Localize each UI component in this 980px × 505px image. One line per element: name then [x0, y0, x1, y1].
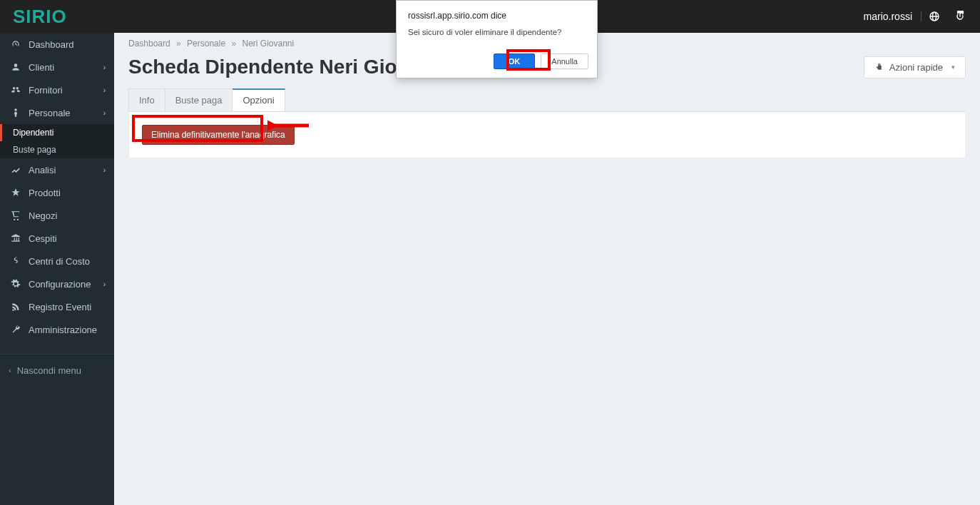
sidebar-item-amministrazione[interactable]: Amministrazione: [0, 318, 114, 341]
chevron-right-icon: ›: [103, 63, 106, 71]
dialog-ok-button[interactable]: OK: [494, 53, 536, 69]
chevron-right-icon: ›: [103, 166, 106, 174]
sidebar-item-dashboard[interactable]: Dashboard: [0, 33, 114, 56]
sidebar-item-label: Amministrazione: [29, 325, 97, 335]
sidebar-item-prodotti[interactable]: Prodotti: [0, 181, 114, 204]
breadcrumb-sep: »: [228, 39, 240, 49]
tab-opzioni[interactable]: Opzioni: [233, 88, 285, 111]
sidebar-hide-menu[interactable]: ‹ Nascondi menu: [0, 359, 114, 382]
sidebar-subitem-dipendenti[interactable]: Dipendenti: [0, 124, 114, 141]
breadcrumb-link[interactable]: Personale: [187, 39, 225, 49]
chevron-right-icon: ›: [103, 280, 106, 288]
cart-icon: [9, 210, 23, 220]
chevron-right-icon: ›: [103, 109, 106, 117]
header-username[interactable]: mario.rossi: [855, 11, 922, 21]
sidebar-item-label: Configurazione: [29, 279, 91, 290]
dialog-origin: rossisrl.app.sirio.com dice: [408, 11, 586, 21]
sidebar-item-configurazione[interactable]: Configurazione ›: [0, 272, 114, 295]
dashboard-icon: [9, 39, 23, 49]
sidebar-item-clienti[interactable]: Clienti ›: [0, 56, 114, 78]
confirm-dialog: rossisrl.app.sirio.com dice Sei sicuro d…: [396, 0, 598, 78]
sidebar-item-cespiti[interactable]: Cespiti: [0, 227, 114, 250]
star-icon: [9, 188, 23, 198]
power-icon[interactable]: [947, 11, 973, 22]
sidebar-subitem-bustepaga[interactable]: Buste paga: [0, 141, 114, 158]
globe-icon[interactable]: [922, 11, 947, 22]
main-content: Dashboard » Personale » Neri Giovanni Sc…: [114, 33, 980, 505]
sidebar-item-personale[interactable]: Personale ›: [0, 101, 114, 124]
sidebar-item-label: Negozi: [29, 210, 57, 221]
rss-icon: [9, 302, 23, 312]
sidebar-submenu-personale: Dipendenti Buste paga: [0, 124, 114, 158]
sidebar-item-label: Prodotti: [29, 188, 61, 198]
sidebar-item-label: Nascondi menu: [17, 365, 81, 376]
chevron-right-icon: ›: [103, 86, 106, 94]
chevron-left-icon: ‹: [9, 366, 11, 374]
sidebar-item-label: Buste paga: [13, 145, 56, 155]
wrench-icon: [9, 325, 23, 335]
user-icon: [9, 62, 23, 72]
sidebar-item-label: Analisi: [29, 165, 56, 175]
sidebar-item-label: Cespiti: [29, 233, 57, 244]
breadcrumb-current: Neri Giovanni: [243, 39, 295, 49]
tabs: Info Buste paga Opzioni: [114, 88, 980, 111]
sidebar-item-label: Dipendenti: [13, 128, 53, 138]
hand-icon: [874, 63, 884, 72]
sidebar-item-fornitori[interactable]: Fornitori ›: [0, 78, 114, 101]
brand-logo: SIRIO: [0, 6, 114, 28]
sidebar-item-analisi[interactable]: Analisi ›: [0, 158, 114, 181]
quick-actions-label: Azioni rapide: [889, 62, 943, 73]
users-icon: [9, 85, 23, 95]
caret-down-icon: ▾: [951, 63, 955, 71]
bank-icon: [9, 233, 23, 243]
gear-icon: [9, 279, 23, 289]
breadcrumb-link[interactable]: Dashboard: [128, 39, 170, 49]
person-icon: [9, 108, 23, 118]
tab-bustepaga[interactable]: Buste paga: [165, 88, 233, 111]
tab-info[interactable]: Info: [128, 88, 165, 111]
sidebar-item-label: Centri di Costo: [29, 256, 90, 267]
sidebar-item-label: Dashboard: [29, 39, 74, 50]
sidebar: Dashboard Clienti › Fornitori › Personal…: [0, 33, 114, 505]
dialog-message: Sei sicuro di voler eliminare il dipende…: [408, 28, 586, 36]
sidebar-item-label: Clienti: [29, 62, 54, 73]
quick-actions-button[interactable]: Azioni rapide ▾: [864, 56, 966, 78]
chart-icon: [9, 165, 23, 175]
sidebar-item-label: Registro Eventi: [29, 302, 91, 312]
dialog-cancel-button[interactable]: Annulla: [541, 53, 588, 69]
sidebar-item-negozi[interactable]: Negozi: [0, 204, 114, 227]
sidebar-item-label: Fornitori: [29, 85, 63, 96]
dollar-icon: [9, 256, 23, 266]
tab-content: Elimina definitivamente l'anagrafica: [128, 111, 966, 158]
sidebar-item-centricosto[interactable]: Centri di Costo: [0, 250, 114, 272]
sidebar-item-registroeventi[interactable]: Registro Eventi: [0, 295, 114, 318]
sidebar-item-label: Personale: [29, 108, 71, 118]
delete-record-button[interactable]: Elimina definitivamente l'anagrafica: [142, 125, 295, 145]
breadcrumb-sep: »: [173, 39, 185, 49]
